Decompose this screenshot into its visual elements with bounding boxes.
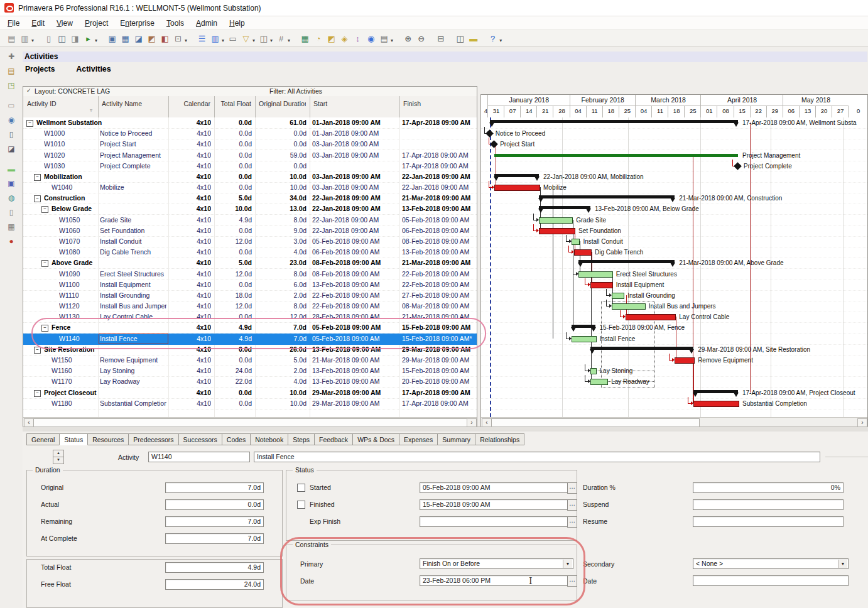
timescale-week[interactable]: 13 [799, 106, 816, 117]
timescale-week[interactable]: 15 [734, 106, 751, 117]
gantt-task-bar[interactable] [572, 239, 580, 245]
exp-finish-field[interactable] [420, 516, 568, 527]
secondary-date-field[interactable] [693, 575, 849, 586]
gantt-critical-bar[interactable] [539, 228, 575, 234]
update-progress-icon[interactable]: ◧ [159, 33, 171, 45]
gantt-task-bar[interactable] [572, 336, 596, 342]
timescale-week[interactable]: 29 [766, 106, 783, 117]
timescale-month[interactable]: February 2018 [570, 95, 636, 106]
toolbar-dropdown-caret-icon[interactable]: ▾ [31, 38, 34, 43]
portfolios-icon[interactable]: ◍ [4, 193, 18, 204]
table-row[interactable]: W1170Lay Roadway4x1022.0d4.0d13-Feb-2018… [23, 376, 477, 388]
open-layout-icon[interactable]: ◫ [56, 33, 68, 45]
timescale-week[interactable]: 27 [832, 106, 849, 117]
collapse-icon[interactable]: − [34, 390, 41, 397]
gantt-level-of-effort-bar[interactable] [494, 154, 738, 157]
new-page-icon[interactable]: ▯ [43, 33, 55, 45]
columns-icon[interactable]: ▥ [209, 33, 221, 45]
collapse-icon[interactable]: − [41, 206, 48, 213]
thresholds-icon[interactable]: ▦ [4, 222, 18, 232]
resource-table-icon[interactable]: ▦ [299, 33, 311, 45]
timescale-week[interactable]: 22 [750, 106, 767, 117]
gantt-task-bar[interactable] [612, 303, 646, 310]
print-preview-icon[interactable]: ▥ [19, 33, 31, 45]
toolbar-dropdown-caret-icon[interactable]: ▾ [499, 38, 502, 43]
table-row[interactable]: −Mobilization4x100.0d10.0d03-Jan-2018 09… [23, 171, 477, 183]
risks-icon[interactable]: ● [4, 236, 18, 247]
gantt-summary-bar[interactable] [490, 120, 738, 123]
timescale-week[interactable]: 20 [815, 106, 832, 117]
collapse-icon[interactable]: − [41, 260, 48, 267]
fit-icon[interactable]: # [275, 33, 287, 45]
timescale-week[interactable]: 01 [700, 106, 717, 117]
resources-icon[interactable]: ◉ [4, 115, 18, 126]
menu-item-admin[interactable]: Admin [196, 19, 217, 28]
level-resources-icon[interactable]: ◪ [133, 33, 144, 45]
menu-item-file[interactable]: File [8, 19, 19, 28]
reports-icon[interactable]: ▯ [4, 129, 18, 140]
gantt-critical-bar[interactable] [590, 282, 613, 288]
activities-toolbar-icon[interactable]: ✚ [4, 52, 18, 62]
table-row[interactable]: W1000Notice to Proceed4x100.0d0.0d01-Jan… [23, 128, 477, 139]
table-row[interactable]: W1050Grade Site4x104.9d8.0d22-Jan-2018 0… [23, 215, 477, 226]
menu-item-enterprise[interactable]: Enterprise [120, 19, 155, 28]
close-all-icon[interactable]: ◳ [4, 80, 18, 91]
toolbar-dropdown-caret-icon[interactable]: ▾ [95, 38, 97, 43]
timescale-month[interactable]: April 2018 [700, 95, 783, 106]
timescale-week[interactable]: 14 [520, 106, 537, 117]
checkbox-started[interactable] [297, 484, 305, 492]
apply-actuals-icon[interactable]: ◩ [146, 33, 158, 45]
collapse-icon[interactable]: − [26, 120, 33, 127]
gantt-task-bar[interactable] [590, 379, 608, 385]
menu-item-project[interactable]: Project [85, 19, 108, 28]
gantt-critical-bar[interactable] [675, 357, 695, 364]
table-row[interactable]: −Below Grade4x1010.0d13.0d22-Jan-2018 09… [23, 204, 477, 215]
timescale-week[interactable]: 06 [783, 106, 800, 117]
table-row[interactable]: W1040Mobilize4x100.0d10.0d03-Jan-2018 09… [23, 182, 477, 193]
horizontal-splitter[interactable] [23, 426, 868, 432]
details-tab-predecessors[interactable]: Predecessors [128, 433, 178, 445]
gantt-summary-bar[interactable] [578, 260, 675, 263]
free-float-field[interactable]: 24.0d [165, 579, 264, 590]
bars-icon[interactable]: ▭ [227, 33, 239, 45]
activity-name-field[interactable]: Install Fence [254, 452, 820, 462]
toolbar-dropdown-caret-icon[interactable]: ▾ [185, 38, 187, 43]
table-row[interactable]: −Construction4x105.0d34.0d22-Jan-2018 09… [23, 193, 477, 204]
chevron-down-icon[interactable]: ▼ [563, 560, 572, 568]
next-activity-button[interactable]: ▼ [53, 457, 64, 464]
gantt-task-bar[interactable] [590, 368, 596, 374]
add-activity-icon[interactable]: ▣ [106, 33, 118, 45]
gantt-summary-bar[interactable] [539, 195, 675, 198]
collapse-icon[interactable]: − [41, 325, 48, 332]
column-header-start[interactable]: Start [313, 100, 396, 107]
column-header-original-duration[interactable]: Original Duration [259, 100, 306, 107]
gantt-summary-bar[interactable] [693, 390, 738, 393]
collapse-icon[interactable]: − [34, 347, 41, 354]
column-header-calendar[interactable]: Calendar [172, 100, 210, 107]
gantt-task-bar[interactable] [539, 217, 573, 224]
store-period-icon[interactable]: ⊡ [172, 33, 184, 45]
details-tab-codes[interactable]: Codes [222, 433, 251, 445]
table-row[interactable]: −Site Restoration4x100.0d26.0d13-Feb-201… [23, 344, 477, 356]
finished-field[interactable]: 15-Feb-2018 09:00 AM [420, 499, 568, 510]
timescale-week[interactable]: 07 [504, 106, 521, 117]
gantt-timescale[interactable]: 4January 20183107142128February 20180411… [481, 95, 867, 118]
cut-row-icon[interactable]: ◨ [69, 33, 81, 45]
secondary-constraint-dropdown[interactable]: < None > ▼ [693, 558, 849, 569]
menu-item-tools[interactable]: Tools [166, 19, 184, 28]
activity-id-field[interactable]: W1140 [148, 452, 250, 462]
gantt-task-bar[interactable] [578, 271, 612, 278]
gantt-task-bar[interactable] [612, 293, 625, 299]
zoom-out-icon[interactable]: ⊖ [415, 33, 427, 45]
table-row[interactable]: W1030Project Complete4x100.0d0.0d17-Apr-… [23, 161, 477, 172]
table-row[interactable]: −Above Grade4x105.0d23.0d08-Feb-2018 09:… [23, 258, 477, 269]
at-complete-field[interactable]: 7.0d [165, 533, 264, 544]
layout-options-bar[interactable]: ✓ Layout: CONCRETE LAG Filter: All Activ… [23, 87, 477, 97]
column-header-total-float[interactable]: Total Float [218, 100, 251, 107]
expenses-icon[interactable]: ▬ [4, 164, 18, 175]
gantt-critical-bar[interactable] [494, 185, 540, 191]
view-tab-activities[interactable]: Activities [76, 65, 111, 73]
timescale-month[interactable]: May 2018 [783, 95, 849, 106]
table-row[interactable]: W1140Install Fence4x104.9d7.0d05-Feb-201… [23, 334, 477, 345]
collapse-icon[interactable]: − [34, 174, 41, 181]
